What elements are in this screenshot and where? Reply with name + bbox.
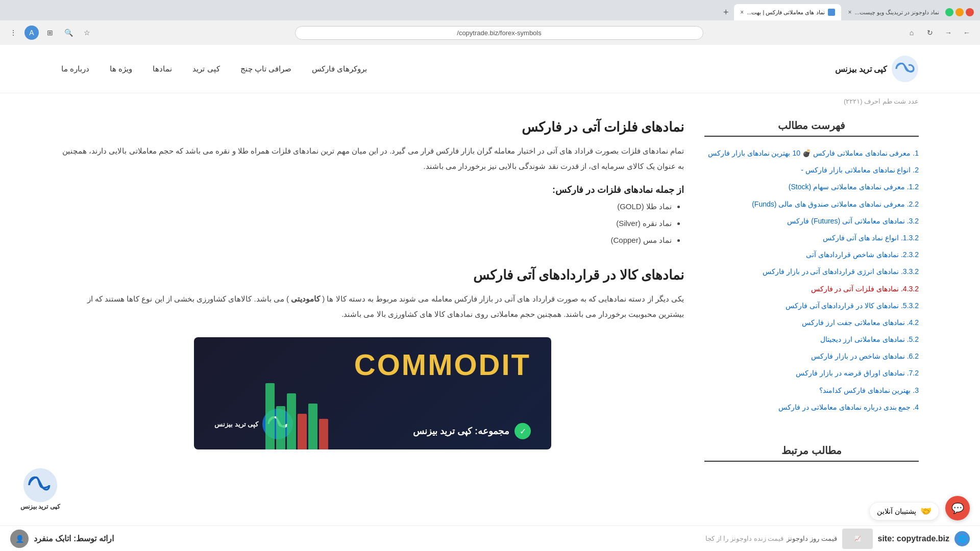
win-maximize[interactable] xyxy=(945,8,953,16)
toc-link-5[interactable]: 3.2. نمادهای معاملاتی آتی (Futures) فارک… xyxy=(787,217,919,225)
toc-link-10[interactable]: 5.3.2. نمادهای کالا در قراردادهای آتی فا… xyxy=(786,302,919,310)
toc-link-8[interactable]: 3.3.2. نمادهای انرژی قراردادهای آتی در ب… xyxy=(763,267,919,276)
breadcrumb-text: عدد شت طم احرف (۲۲۲۱) xyxy=(844,97,919,105)
tab-2-close[interactable]: × xyxy=(740,9,744,16)
check-icon: ✓ xyxy=(514,423,531,439)
nav-copytrade[interactable]: کپی ترید xyxy=(192,64,219,73)
logo-icon xyxy=(891,55,919,83)
win-minimize[interactable] xyxy=(955,8,964,16)
toc-item-13: 6.2. نمادهای شاخص در بازار فارکس xyxy=(704,350,919,363)
toc-link-15[interactable]: 3. بهترین نمادهای فارکس کدامند؟ xyxy=(819,386,919,394)
commodities-title: نمادهای کالا در قراردادهای آتی فارکس xyxy=(61,267,684,283)
site-logo[interactable]: کپی ترید بیزنس xyxy=(835,55,919,83)
toc-link-7[interactable]: 2.3.2. نمادهای شاخص قراردادهای آتی xyxy=(806,251,919,259)
bullet-copper: نماد مس (Copper) xyxy=(61,233,672,247)
toc-item-9: 4.3.2. نمادهای فلزات آتی در فارکس xyxy=(704,283,919,295)
toc-link-11[interactable]: 4.2. نمادهای معاملاتی جفت ارز فارکس xyxy=(802,318,919,327)
tab-1-close[interactable]: × xyxy=(848,9,852,16)
bottom-logo-content: کپی ترید بیزنس xyxy=(20,467,60,482)
nav-about[interactable]: درباره ما xyxy=(61,64,89,73)
search-icon[interactable]: 🔍 xyxy=(61,26,76,40)
banner-subtitle-area: ✓ مجموعه: کپی ترید بیزنس xyxy=(413,423,531,439)
toc-title: فهرست مطالب xyxy=(704,119,919,137)
bottom-logo-icon xyxy=(22,467,58,482)
nav-links: بروکرهای فارکس صرافی تاپ چنج کپی ترید نم… xyxy=(61,64,367,73)
tab-2[interactable]: نماد های معاملاتی فارکس | بهت... × xyxy=(734,4,841,20)
toc-link-14[interactable]: 7.2. نمادهای اوراق قرضه در بازار فارکس xyxy=(796,369,919,377)
toc-item-8: 3.3.2. نمادهای انرژی قراردادهای آتی در ب… xyxy=(704,265,919,278)
toc-link-1[interactable]: 1. معرفی نمادهای معاملاتی فارکس 💣 10 بهت… xyxy=(708,149,919,157)
star-button[interactable]: ☆ xyxy=(80,26,94,40)
toc-item-3: 1.2. معرفی نمادهای معاملاتی سهام (Stock) xyxy=(704,181,919,193)
tab-2-label: نماد های معاملاتی فارکس | بهت... xyxy=(747,9,824,16)
tab-1-label: نماد داوجونز در تریدینگ ویو چیست... xyxy=(855,9,939,16)
toc-item-7: 2.3.2. نمادهای شاخص قراردادهای آتی xyxy=(704,248,919,261)
nav-symbols[interactable]: نمادها xyxy=(153,64,172,73)
breadcrumb-top: عدد شت طم احرف (۲۲۲۱) xyxy=(0,93,980,109)
toc-link-3[interactable]: 1.2. معرفی نمادهای معاملاتی سهام (Stock) xyxy=(789,183,919,191)
nav-topchange[interactable]: صرافی تاپ چنج xyxy=(240,64,291,73)
toc-item-15: 3. بهترین نمادهای فارکس کدامند؟ xyxy=(704,384,919,397)
metals-title: نمادهای فلزات آتی در فارکس xyxy=(61,119,684,135)
toc-link-4[interactable]: 2.2. معرفی نمادهای معاملاتی صندوق های ما… xyxy=(752,200,919,208)
tab-1[interactable]: نماد داوجونز در تریدینگ ویو چیست... × xyxy=(842,4,945,20)
svg-point-2 xyxy=(23,468,58,482)
page-content: کپی ترید بیزنس بروکرهای فارکس صرافی تاپ … xyxy=(0,45,980,482)
toc-item-10: 5.3.2. نمادهای کالا در قراردادهای آتی فا… xyxy=(704,299,919,312)
toc-link-13[interactable]: 6.2. نمادهای شاخص در بازار فارکس xyxy=(811,352,919,360)
toc-item-6: 1.3.2. انواع نماد های آتی فارکس xyxy=(704,232,919,244)
toc-link-2[interactable]: 2. انواع نمادهای معاملاتی بازار فارکس - xyxy=(801,166,919,174)
commodities-bold: کامودیتی xyxy=(291,294,320,303)
toc-item-12: 5.2. نمادهای معاملاتی ارز دیجیتال xyxy=(704,333,919,346)
toc-item-16: 4. جمع بندی درباره نمادهای معاملاتی در ف… xyxy=(704,401,919,414)
home-button[interactable]: ⌂ xyxy=(904,26,919,40)
commodities-text-1: یکی دیگر از دسته نمادهایی که به صورت قرا… xyxy=(322,294,684,303)
browser-toolbar: ← → ↻ ⌂ copytrade.biz/forex-symbols/ ☆ 🔍… xyxy=(0,20,980,45)
bottom-logo[interactable]: کپی ترید بیزنس xyxy=(20,467,60,482)
banner-commodity-text: COMMODIT xyxy=(354,348,531,381)
back-button[interactable]: ← xyxy=(960,26,974,40)
win-close[interactable] xyxy=(966,8,974,16)
metals-section: نمادهای فلزات آتی در فارکس تمام نمادهای … xyxy=(61,119,684,247)
banner-image: کپی ترید بیزنس COMMODIT xyxy=(194,337,551,449)
browser-tabs: نماد داوجونز در تریدینگ ویو چیست... × نم… xyxy=(0,0,980,20)
bullet-gold: نماد طلا (GOLD) xyxy=(61,199,672,213)
toc-list: 1. معرفی نمادهای معاملاتی فارکس 💣 10 بهت… xyxy=(704,147,919,414)
forward-button[interactable]: → xyxy=(941,26,955,40)
toc-item-11: 4.2. نمادهای معاملاتی جفت ارز فارکس xyxy=(704,316,919,329)
toc-link-9-active[interactable]: 4.3.2. نمادهای فلزات آتی در فارکس xyxy=(811,285,919,293)
new-tab-button[interactable]: + xyxy=(719,5,733,19)
commodities-text: یکی دیگر از دسته نمادهایی که به صورت قرا… xyxy=(61,291,684,322)
commodities-section: نمادهای کالا در قراردادهای آتی فارکس یکی… xyxy=(61,267,684,322)
profile-button[interactable]: A xyxy=(24,26,39,40)
toc-link-16[interactable]: 4. جمع بندی درباره نمادهای معاملاتی در ف… xyxy=(778,403,919,411)
related-title: مطالب مرتبط xyxy=(704,444,919,462)
bullet-silver: نماد نقره (Silver) xyxy=(61,216,672,230)
metals-bullets: نماد طلا (GOLD) نماد نقره (Silver) نماد … xyxy=(61,199,684,247)
metals-subtitle: از جمله نمادهای فلزات در فارکس: xyxy=(552,185,684,195)
banner-container: کپی ترید بیزنس COMMODIT xyxy=(194,337,551,449)
toc-item-5: 3.2. نمادهای معاملاتی آتی (Futures) فارک… xyxy=(704,215,919,228)
banner-chart xyxy=(265,383,328,449)
tab-2-icon xyxy=(828,9,835,16)
toc-item-2: 2. انواع نمادهای معاملاتی بازار فارکس - xyxy=(704,164,919,177)
banner-logo-text: کپی ترید بیزنس xyxy=(214,420,258,428)
content-area: نمادهای فلزات آتی در فارکس تمام نمادهای … xyxy=(61,119,684,472)
toc-item-4: 2.2. معرفی نمادهای معاملاتی صندوق های ما… xyxy=(704,198,919,211)
toc-link-6[interactable]: 1.3.2. انواع نماد های آتی فارکس xyxy=(823,234,919,242)
toolbar-icons: ☆ 🔍 ⊞ A ⋮ xyxy=(6,26,94,40)
extensions-button[interactable]: ⊞ xyxy=(43,26,57,40)
nav-special[interactable]: ویژه ها xyxy=(110,64,132,73)
address-bar[interactable]: copytrade.biz/forex-symbols/ xyxy=(295,26,703,40)
toc-link-12[interactable]: 5.2. نمادهای معاملاتی ارز دیجیتال xyxy=(820,335,919,343)
site-nav: کپی ترید بیزنس بروکرهای فارکس صرافی تاپ … xyxy=(0,45,980,93)
logo-text: کپی ترید بیزنس xyxy=(835,64,887,74)
main-layout: فهرست مطالب 1. معرفی نمادهای معاملاتی فا… xyxy=(0,109,980,482)
banner-large-text: COMMODIT xyxy=(354,347,531,382)
related-section: مطالب مرتبط xyxy=(704,444,919,462)
refresh-button[interactable]: ↻ xyxy=(923,26,937,40)
nav-brokers[interactable]: بروکرهای فارکس xyxy=(312,64,367,73)
toc-item-1: 1. معرفی نمادهای معاملاتی فارکس 💣 10 بهت… xyxy=(704,147,919,160)
menu-button[interactable]: ⋮ xyxy=(6,26,20,40)
toc-item-14: 7.2. نمادهای اوراق قرضه در بازار فارکس xyxy=(704,367,919,380)
